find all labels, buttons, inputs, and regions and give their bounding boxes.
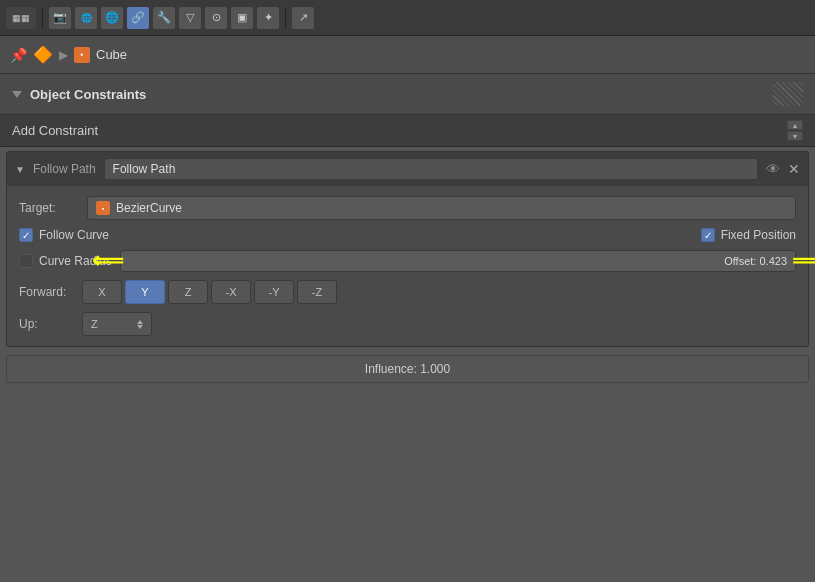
scene-icon[interactable]: ▦▦ <box>6 7 36 29</box>
follow-curve-checkmark: ✓ <box>22 230 30 241</box>
target-value: BezierCurve <box>116 201 182 215</box>
forward-axis-buttons: X Y Z -X -Y -Z <box>82 280 337 304</box>
up-dropdown-arrows <box>137 320 143 329</box>
offset-value: Offset: 0.423 <box>724 255 787 267</box>
top-toolbar: ▦▦ 📷 🌐 🌐 🔗 🔧 ▽ ⊙ ▣ ✦ ↗ <box>0 0 815 36</box>
offset-number: 0.423 <box>759 255 787 267</box>
object-name: Cube <box>96 47 127 62</box>
constraint-type-label: Follow Path <box>33 162 96 176</box>
constraint-panel: ▼ Follow Path 👁 ✕ Target: ▪ BezierCurve <box>6 151 809 347</box>
follow-curve-item: ✓ Follow Curve <box>19 228 109 242</box>
forward-row: Forward: X Y Z -X -Y -Z <box>19 280 796 304</box>
curve-radius-checkbox[interactable] <box>19 254 33 268</box>
forward-y-button[interactable]: Y <box>125 280 165 304</box>
target-row: Target: ▪ BezierCurve <box>19 196 796 220</box>
forward-neg-x-button[interactable]: -X <box>211 280 251 304</box>
layers-icon[interactable]: 🔶 <box>33 45 53 64</box>
offset-label: Offset: <box>724 255 756 267</box>
physics-icon[interactable]: ▣ <box>231 7 253 29</box>
section-title: Object Constraints <box>30 87 146 102</box>
forward-z-button[interactable]: Z <box>168 280 208 304</box>
fixed-position-item: ✓ Fixed Position <box>701 228 796 242</box>
pin-icon[interactable]: 📌 <box>10 47 27 63</box>
cube-icon: ▪ <box>74 47 90 63</box>
offset-slider-fill <box>121 251 492 271</box>
breadcrumb-bar: 📌 🔶 ▶ ▪ Cube <box>0 36 815 74</box>
shader-icon[interactable]: ✦ <box>257 7 279 29</box>
target-input[interactable]: ▪ BezierCurve <box>87 196 796 220</box>
influence-label: Influence: 1.000 <box>365 362 450 376</box>
breadcrumb-separator: ▶ <box>59 48 68 62</box>
curve-radius-offset-row: Curve Radius ⟸ Offset: 0.423 ⟹ <box>19 250 796 272</box>
modifier-icon[interactable]: 🔧 <box>153 7 175 29</box>
forward-neg-z-button[interactable]: -Z <box>297 280 337 304</box>
target-label: Target: <box>19 201 79 215</box>
up-row: Up: Z <box>19 312 796 336</box>
curve-radius-label: Curve Radius <box>39 254 112 268</box>
follow-curve-checkbox[interactable]: ✓ <box>19 228 33 242</box>
offset-slider-container[interactable]: ⟸ Offset: 0.423 ⟹ <box>120 250 796 272</box>
up-value: Z <box>91 318 98 330</box>
section-collapse-icon[interactable] <box>12 91 22 98</box>
constraint-header-icons: 👁 ✕ <box>766 161 800 177</box>
extra-icon[interactable]: ↗ <box>292 7 314 29</box>
constraint-name-input[interactable] <box>104 158 758 180</box>
particle-icon[interactable]: ⊙ <box>205 7 227 29</box>
constraint-collapse-icon[interactable]: ▼ <box>15 164 25 175</box>
object-data-icon[interactable]: 🔗 <box>127 7 149 29</box>
object-constraints-header: Object Constraints <box>0 74 815 115</box>
target-object-icon: ▪ <box>96 201 110 215</box>
add-constraint-label: Add Constraint <box>12 123 98 138</box>
checkboxes-row: ✓ Follow Curve ✓ Fixed Position <box>19 228 796 242</box>
constraint-body: Target: ▪ BezierCurve ✓ Follow Curve ✓ <box>7 186 808 346</box>
forward-x-button[interactable]: X <box>82 280 122 304</box>
offset-slider-track[interactable]: Offset: 0.423 <box>120 250 796 272</box>
constraint-arrow-up[interactable]: ▲ <box>787 120 803 130</box>
forward-label: Forward: <box>19 285 74 299</box>
close-icon[interactable]: ✕ <box>788 161 800 177</box>
constraint-arrow-down[interactable]: ▼ <box>787 131 803 141</box>
toolbar-sep-2 <box>285 8 286 28</box>
forward-neg-y-button[interactable]: -Y <box>254 280 294 304</box>
up-arrow-up <box>137 320 143 324</box>
up-arrow-down <box>137 325 143 329</box>
scene2-icon[interactable]: 🌐 <box>75 7 97 29</box>
fixed-position-label: Fixed Position <box>721 228 796 242</box>
influence-bar[interactable]: Influence: 1.000 <box>6 355 809 383</box>
eye-icon[interactable]: 👁 <box>766 161 780 177</box>
world-icon[interactable]: 🌐 <box>101 7 123 29</box>
add-constraint-arrows[interactable]: ▲ ▼ <box>787 120 803 141</box>
add-constraint-bar[interactable]: Add Constraint ▲ ▼ <box>0 115 815 147</box>
main-container: ▦▦ 📷 🌐 🌐 🔗 🔧 ▽ ⊙ ▣ ✦ ↗ 📌 🔶 ▶ ▪ Cube Obje… <box>0 0 815 582</box>
up-dropdown[interactable]: Z <box>82 312 152 336</box>
fixed-position-checkbox[interactable]: ✓ <box>701 228 715 242</box>
section-stripe-decoration <box>773 82 803 106</box>
render-icon[interactable]: 📷 <box>49 7 71 29</box>
constraint-icon[interactable]: ▽ <box>179 7 201 29</box>
fixed-position-checkmark: ✓ <box>704 230 712 241</box>
constraint-header: ▼ Follow Path 👁 ✕ <box>7 152 808 186</box>
up-label: Up: <box>19 317 74 331</box>
curve-radius-item: Curve Radius <box>19 254 112 268</box>
follow-curve-label: Follow Curve <box>39 228 109 242</box>
toolbar-sep-1 <box>42 8 43 28</box>
